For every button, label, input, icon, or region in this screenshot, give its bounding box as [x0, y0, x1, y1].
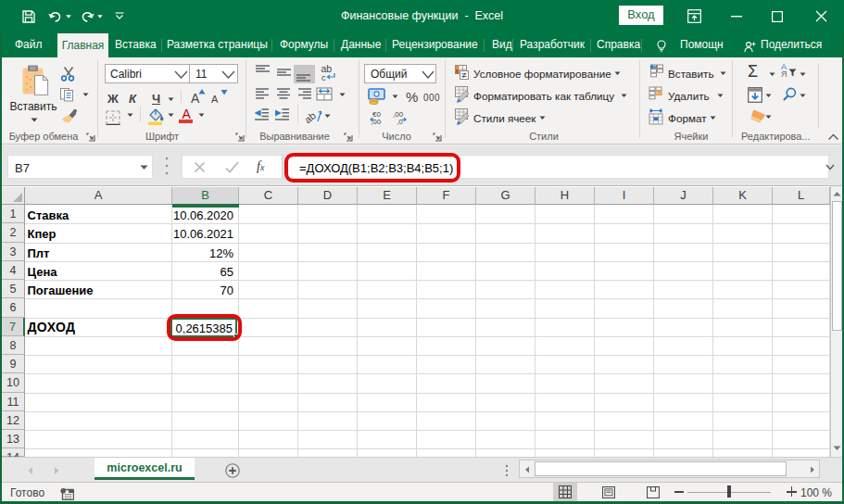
- svg-text:ab: ab: [306, 109, 318, 124]
- svg-text:,0: ,0: [397, 118, 403, 125]
- svg-text:c: c: [321, 73, 326, 82]
